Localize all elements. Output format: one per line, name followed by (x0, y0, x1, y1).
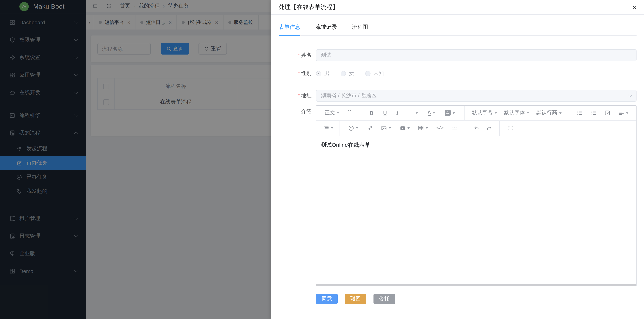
caret-down-icon (407, 127, 410, 130)
image-dropdown[interactable] (381, 125, 391, 131)
delegate-button[interactable]: 委托 (374, 293, 395, 304)
address-select: 湖南省 / 长沙市 / 岳麓区 (316, 90, 636, 101)
name-field-row: *姓名 (279, 49, 636, 61)
paragraph-style-dropdown[interactable]: 正文 (324, 109, 339, 116)
required-asterisk: * (298, 70, 300, 76)
screen: Maku Boot Dashboard 权限管理 系统设置 应用管理 在线开发 (0, 0, 644, 319)
drawer-title: 处理【在线表单流程】 (279, 3, 338, 11)
app-root: Maku Boot Dashboard 权限管理 系统设置 应用管理 在线开发 (0, 0, 644, 319)
editor-content[interactable]: 测试Online在线表单 (316, 136, 636, 285)
font-family-dropdown[interactable]: 默认字体 (504, 109, 529, 116)
svg-text:3: 3 (591, 114, 592, 115)
caret-down-icon (527, 112, 529, 115)
italic-button[interactable]: I (396, 109, 398, 116)
ordered-list-button[interactable]: 123 (591, 110, 596, 116)
drawer-tabs: 表单信息 流转记录 流程图 (279, 24, 636, 36)
table-dropdown[interactable] (418, 125, 428, 131)
bg-color-dropdown[interactable]: A (444, 110, 455, 116)
required-asterisk: * (298, 92, 300, 98)
tab-flow-records[interactable]: 流转记录 (315, 24, 337, 35)
address-field-label: *地址 (279, 92, 312, 99)
blockquote-button[interactable]: “ (347, 110, 352, 115)
reject-button[interactable]: 驳回 (345, 293, 366, 304)
gender-field-label: *性别 (279, 70, 312, 77)
caret-down-icon (337, 112, 339, 115)
caret-down-icon (416, 112, 418, 115)
gender-radio-group: 男 女 未知 (316, 70, 636, 77)
font-size-dropdown[interactable]: 默认字号 (472, 109, 497, 116)
radio-option-male: 男 (316, 70, 330, 77)
editor-text: 测试Online在线表单 (320, 141, 370, 148)
address-value: 湖南省 / 长沙市 / 岳麓区 (321, 92, 377, 99)
caret-down-icon (389, 127, 391, 130)
agree-button[interactable]: 同意 (316, 293, 338, 304)
chevron-down-icon (628, 93, 632, 97)
font-color-dropdown[interactable]: A (428, 110, 435, 116)
editor-toolbar-row-1: 正文 “ B U I ··· A A 默认字号 默认字体 默认行高 (316, 106, 636, 120)
intro-field-row: 介绍 正文 “ B U I ··· A A (279, 105, 636, 286)
video-dropdown[interactable] (400, 125, 410, 131)
horizontal-rule-button[interactable] (452, 125, 458, 131)
intro-field-label: 介绍 (279, 108, 312, 115)
drawer-header: 处理【在线表单流程】 × (271, 0, 644, 15)
caret-down-icon (356, 127, 358, 130)
redo-button[interactable] (486, 125, 492, 131)
caret-down-icon (426, 127, 428, 130)
close-icon[interactable]: × (632, 3, 636, 11)
code-block-button[interactable]: </> (436, 125, 443, 131)
modal-overlay[interactable] (0, 0, 271, 319)
bullet-list-button[interactable] (577, 110, 583, 116)
required-asterisk: * (298, 52, 300, 58)
caret-down-icon (494, 112, 497, 115)
editor-resize-grip[interactable] (316, 284, 636, 285)
radio-icon (341, 71, 346, 76)
name-field (316, 49, 636, 61)
address-field-row: *地址 湖南省 / 长沙市 / 岳麓区 (279, 90, 636, 101)
caret-down-icon (452, 112, 455, 115)
fullscreen-button[interactable] (508, 125, 514, 131)
align-dropdown[interactable] (618, 110, 628, 116)
process-drawer: 处理【在线表单流程】 × 表单信息 流转记录 流程图 *姓名 *性别 男 女 (271, 0, 644, 319)
underline-button[interactable]: U (383, 110, 387, 116)
emoji-dropdown[interactable] (348, 125, 358, 131)
radio-option-unknown: 未知 (365, 70, 384, 77)
task-list-button[interactable] (604, 110, 610, 116)
editor-toolbar-row-2: </> (316, 120, 636, 136)
tab-form-info[interactable]: 表单信息 (279, 24, 300, 36)
indent-dropdown[interactable] (323, 125, 333, 131)
radio-label: 男 (324, 70, 330, 77)
radio-label: 未知 (374, 70, 384, 77)
radio-option-female: 女 (341, 70, 354, 77)
caret-down-icon (433, 112, 435, 115)
more-styles-dropdown[interactable]: ··· (408, 110, 418, 116)
gender-field-row: *性别 男 女 未知 (279, 67, 636, 79)
tab-flow-diagram[interactable]: 流程图 (352, 24, 368, 35)
name-field-label: *姓名 (279, 52, 312, 59)
undo-button[interactable] (473, 125, 479, 131)
caret-down-icon (331, 127, 333, 130)
bold-button[interactable]: B (370, 110, 374, 116)
radio-selected-icon (316, 71, 321, 76)
caret-down-icon (559, 112, 561, 115)
radio-label: 女 (349, 70, 354, 77)
caret-down-icon (626, 112, 628, 115)
rich-text-editor: 正文 “ B U I ··· A A 默认字号 默认字体 默认行高 (316, 105, 636, 286)
link-button[interactable] (367, 125, 373, 131)
line-height-dropdown[interactable]: 默认行高 (536, 109, 561, 116)
drawer-actions: 同意 驳回 委托 (316, 293, 636, 304)
radio-icon (365, 71, 370, 76)
